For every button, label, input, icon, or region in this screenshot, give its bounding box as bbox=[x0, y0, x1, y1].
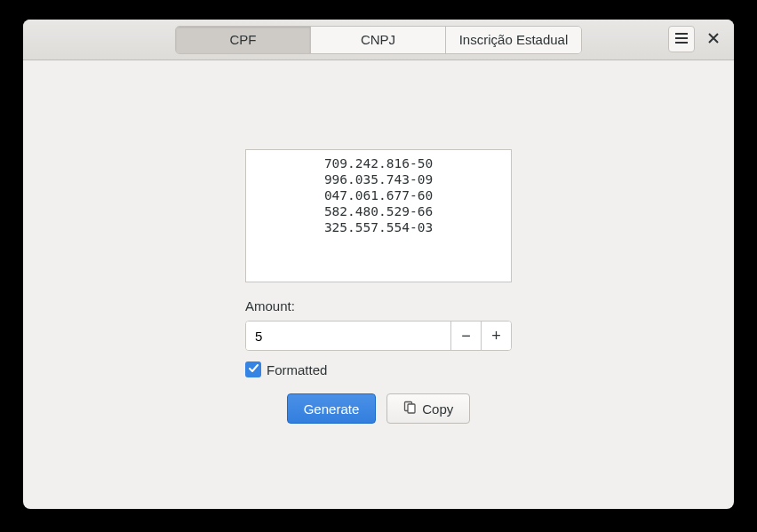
hamburger-icon bbox=[675, 32, 688, 46]
tab-switcher: CPF CNPJ Inscrição Estadual bbox=[175, 26, 582, 54]
check-icon bbox=[248, 362, 259, 377]
menu-button[interactable] bbox=[668, 26, 695, 52]
amount-input[interactable] bbox=[246, 322, 450, 350]
svg-rect-1 bbox=[408, 404, 415, 413]
close-icon bbox=[708, 32, 719, 46]
tab-cpf[interactable]: CPF bbox=[176, 27, 311, 53]
amount-field: Amount: − + bbox=[245, 298, 512, 351]
app-window: CPF CNPJ Inscrição Estadual 709.242.816-… bbox=[23, 20, 734, 509]
formatted-checkbox[interactable] bbox=[245, 361, 261, 377]
copy-icon bbox=[403, 401, 417, 417]
copy-button[interactable]: Copy bbox=[386, 393, 470, 424]
header-bar: CPF CNPJ Inscrição Estadual bbox=[23, 20, 734, 60]
header-controls bbox=[668, 26, 727, 52]
minus-icon: − bbox=[461, 327, 471, 345]
content-area: 709.242.816-50 996.035.743-09 047.061.67… bbox=[23, 60, 734, 509]
tab-inscricao-estadual[interactable]: Inscrição Estadual bbox=[446, 27, 581, 53]
button-row: Generate Copy bbox=[287, 393, 471, 424]
close-button[interactable] bbox=[700, 26, 727, 52]
formatted-label[interactable]: Formatted bbox=[267, 362, 327, 377]
copy-label: Copy bbox=[422, 401, 453, 417]
plus-icon: + bbox=[491, 327, 501, 345]
generate-label: Generate bbox=[304, 401, 360, 417]
formatted-row: Formatted bbox=[245, 361, 512, 377]
amount-spinbutton: − + bbox=[245, 321, 512, 351]
output-textview[interactable]: 709.242.816-50 996.035.743-09 047.061.67… bbox=[245, 149, 512, 282]
amount-increment[interactable]: + bbox=[481, 322, 511, 350]
amount-label: Amount: bbox=[245, 298, 512, 314]
tab-cnpj[interactable]: CNPJ bbox=[311, 27, 446, 53]
generate-button[interactable]: Generate bbox=[287, 393, 377, 424]
amount-decrement[interactable]: − bbox=[450, 322, 481, 350]
